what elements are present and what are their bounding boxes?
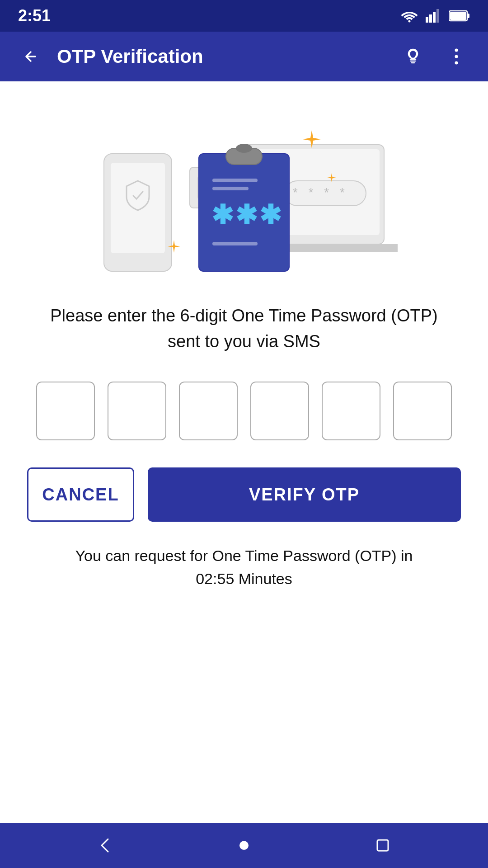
svg-rect-1	[426, 17, 428, 23]
lightbulb-button[interactable]	[399, 43, 427, 70]
otp-input-row	[36, 382, 452, 440]
nav-home-icon	[234, 835, 254, 855]
nav-recent-icon	[373, 835, 393, 855]
nav-recent-button[interactable]	[373, 835, 393, 855]
svg-point-10	[455, 55, 458, 58]
status-time: 2:51	[18, 6, 51, 25]
more-options-button[interactable]	[443, 43, 470, 70]
otp-input-5[interactable]	[322, 382, 380, 440]
illustration-container: * * * * ✱✱✱	[27, 108, 461, 280]
nav-home-button[interactable]	[234, 835, 254, 855]
otp-input-4[interactable]	[250, 382, 309, 440]
svg-text:* * * *: * * * *	[293, 185, 348, 199]
nav-back-button[interactable]	[95, 835, 115, 855]
svg-rect-26	[212, 179, 258, 182]
status-bar: 2:51	[0, 0, 488, 32]
nav-back-icon	[95, 835, 115, 855]
svg-point-9	[455, 49, 458, 52]
status-icons	[400, 9, 470, 23]
svg-rect-4	[436, 9, 439, 23]
bottom-nav	[0, 823, 488, 868]
main-content: * * * * ✱✱✱	[0, 81, 488, 823]
svg-rect-27	[212, 187, 249, 190]
svg-rect-3	[433, 12, 436, 23]
svg-rect-2	[429, 14, 432, 23]
app-bar-actions	[399, 43, 470, 70]
svg-rect-18	[111, 163, 165, 253]
otp-illustration: * * * * ✱✱✱	[90, 108, 398, 280]
back-button[interactable]	[18, 44, 43, 69]
svg-point-11	[455, 61, 458, 65]
svg-rect-6	[467, 14, 469, 18]
svg-rect-29	[212, 242, 258, 245]
otp-input-6[interactable]	[393, 382, 452, 440]
svg-rect-31	[377, 840, 388, 851]
signal-icon	[426, 9, 442, 23]
verify-otp-button[interactable]: VERIFY OTP	[148, 467, 461, 522]
page-title: OTP Verification	[57, 46, 386, 67]
lightbulb-icon	[403, 47, 423, 66]
svg-text:✱✱✱: ✱✱✱	[211, 200, 283, 229]
otp-input-2[interactable]	[108, 382, 166, 440]
svg-point-0	[408, 20, 411, 23]
timer-text: You can request for One Time Password (O…	[63, 544, 425, 590]
battery-icon	[449, 10, 470, 22]
cancel-button[interactable]: CANCEL	[27, 467, 134, 522]
otp-input-3[interactable]	[179, 382, 238, 440]
wifi-icon	[400, 9, 418, 23]
instruction-text: Please enter the 6-digit One Time Passwo…	[50, 303, 438, 354]
svg-rect-7	[450, 12, 466, 20]
buttons-row: CANCEL VERIFY OTP	[27, 467, 461, 522]
more-options-icon	[446, 47, 466, 66]
app-bar: OTP Verification	[0, 32, 488, 81]
otp-input-1[interactable]	[36, 382, 95, 440]
svg-point-30	[239, 841, 249, 850]
svg-point-25	[236, 144, 252, 153]
